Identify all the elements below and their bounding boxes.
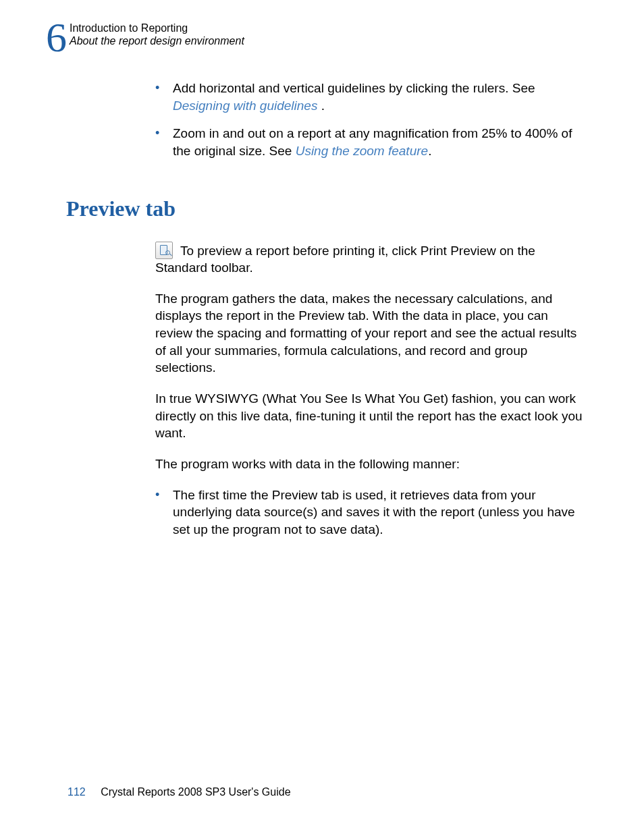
list-item: • The first time the Preview tab is used… (155, 487, 587, 539)
list-item: • Zoom in and out on a report at any mag… (155, 125, 587, 159)
bullet-text: Add horizontal and vertical guidelines b… (173, 80, 587, 114)
footer-text: Crystal Reports 2008 SP3 User's Guide (101, 786, 290, 798)
header-subtitle: About the report design environment (70, 34, 244, 47)
bullet-post: . (428, 144, 431, 158)
header-text-block: Introduction to Reporting About the repo… (70, 19, 244, 47)
paragraph: In true WYSIWYG (What You See Is What Yo… (155, 390, 587, 442)
page-footer: 112 Crystal Reports 2008 SP3 User's Guid… (68, 786, 291, 798)
bullet-post: . (317, 99, 325, 113)
bullet-icon: • (155, 80, 173, 96)
bullet-list-1: • Add horizontal and vertical guidelines… (155, 80, 587, 160)
chapter-number: 6 (46, 19, 67, 57)
page-header: 6 Introduction to Reporting About the re… (46, 19, 244, 57)
bullet-pre: Add horizontal and vertical guidelines b… (173, 81, 535, 95)
bullet-icon: • (155, 487, 173, 503)
paragraph-text: To preview a report before printing it, … (155, 244, 535, 275)
link-zoom-feature[interactable]: Using the zoom feature (296, 144, 428, 158)
link-designing-guidelines[interactable]: Designing with guidelines (173, 99, 317, 113)
paragraph: To preview a report before printing it, … (155, 242, 587, 277)
bullet-list-2: • The first time the Preview tab is used… (155, 487, 587, 539)
bullet-icon: • (155, 125, 173, 141)
print-preview-icon (155, 242, 173, 259)
page: 6 Introduction to Reporting About the re… (0, 0, 644, 828)
section-heading: Preview tab (66, 196, 587, 221)
page-number: 112 (68, 786, 86, 798)
bullet-text: Zoom in and out on a report at any magni… (173, 125, 587, 159)
list-item: • Add horizontal and vertical guidelines… (155, 80, 587, 114)
header-title: Introduction to Reporting (70, 22, 244, 34)
bullet-text: The first time the Preview tab is used, … (173, 487, 587, 539)
paragraph: The program works with data in the follo… (155, 456, 587, 473)
content-area: • Add horizontal and vertical guidelines… (155, 80, 587, 549)
paragraph: The program gathers the data, makes the … (155, 290, 587, 377)
